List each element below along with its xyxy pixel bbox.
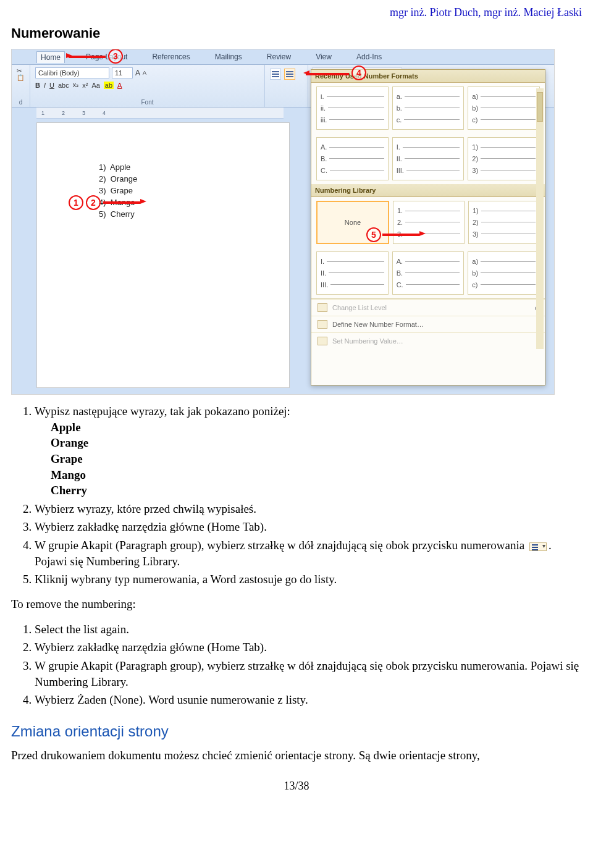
gallery-cell[interactable]: A. B. C. — [392, 251, 465, 295]
change-list-level-option: Change List Level▸ — [311, 299, 545, 316]
gallery-cell[interactable]: i. ii. iii. — [316, 86, 389, 130]
subscript-icon[interactable]: x₂ — [73, 81, 79, 89]
fruit-item: Apple — [51, 419, 582, 436]
paragraph-group — [265, 65, 308, 107]
section-heading-orientation: Zmiana orientacji strony — [11, 723, 582, 740]
italic-icon[interactable]: I — [44, 82, 46, 89]
fruit-item: Grape — [51, 451, 582, 467]
step: W grupie Akapit (Paragraph group), wybie… — [35, 537, 582, 569]
tab-addins[interactable]: Add-Ins — [353, 51, 385, 62]
step: Select the list again. — [35, 622, 582, 638]
grow-font-icon[interactable]: A — [135, 69, 140, 77]
remove-numbering-intro: To remove the numbering: — [11, 596, 582, 613]
highlight-icon[interactable]: ab — [104, 82, 114, 89]
callout-1: 1 — [69, 195, 83, 210]
font-group-label: Font — [35, 99, 259, 106]
arrow-4-line — [306, 73, 349, 75]
tab-home[interactable]: Home — [36, 51, 65, 63]
step: Wybierz zakładkę narzędzia główne (Home … — [35, 639, 582, 655]
list-item: 2) Orange — [99, 174, 271, 183]
step: Wybierz wyrazy, które przed chwilą wypis… — [35, 501, 582, 517]
font-size-combo[interactable]: 11 — [112, 67, 133, 78]
page-header-authors: mgr inż. Piotr Duch, mgr inż. Maciej Łas… — [11, 6, 582, 19]
fruit-item: Orange — [51, 435, 582, 451]
change-case-icon[interactable]: Aa — [91, 82, 99, 89]
gallery-cell[interactable]: A. B. C. — [316, 137, 389, 180]
callout-4: 4 — [351, 65, 366, 80]
superscript-icon[interactable]: x² — [82, 82, 88, 89]
numbering-button-icon — [529, 542, 547, 551]
gallery-scrollbar[interactable] — [536, 88, 544, 349]
gallery-cell[interactable]: I. II. III. — [392, 137, 465, 180]
page-number: 13/38 — [11, 780, 582, 793]
document-canvas: 1) Apple 2) Orange 3) Grape 4) Mango 5) … — [36, 122, 290, 388]
set-numbering-value-option: Set Numbering Value… — [311, 332, 545, 349]
underline-icon[interactable]: U — [49, 82, 54, 89]
arrow-12-head — [140, 199, 146, 204]
step: Wypisz następujące wyrazy, tak jak pokaz… — [35, 403, 582, 499]
arrow-3-head — [66, 53, 72, 58]
bold-icon[interactable]: B — [35, 82, 40, 89]
gallery-cell[interactable]: 1) 2) 3) — [468, 137, 540, 180]
font-color-icon[interactable]: A — [117, 82, 122, 89]
arrow-3-line — [69, 56, 106, 58]
font-group: Calibri (Body) 11 A A B I U abc x₂ x² Aa… — [30, 65, 265, 107]
arrow-5-line — [382, 234, 419, 236]
numbering-gallery: Recently Used Number Formats i. ii. iii.… — [311, 69, 545, 386]
strike-icon[interactable]: abc — [58, 82, 69, 89]
bullet-list-icon[interactable] — [270, 69, 281, 80]
clipboard-group: ✂ 📋 d — [12, 65, 30, 107]
step: Wybierz zakładkę narzędzia główne (Home … — [35, 519, 582, 535]
numbering-icon[interactable] — [284, 69, 295, 80]
callout-3: 3 — [108, 49, 123, 64]
callout-5: 5 — [366, 227, 381, 242]
gallery-heading-recent: Recently Used Number Formats — [311, 70, 545, 83]
list-item: 1) Apple — [99, 162, 271, 172]
tab-references[interactable]: References — [148, 51, 193, 62]
shrink-font-icon[interactable]: A — [143, 70, 146, 76]
gallery-cell[interactable]: 1) 2) 3) — [468, 201, 540, 244]
steps-create-list: Wypisz następujące wyrazy, tak jak pokaz… — [35, 403, 582, 588]
list-item: 5) Cherry — [99, 209, 271, 219]
word-screenshot: Home Page Layout References Mailings Rev… — [11, 49, 555, 395]
fruit-item: Mango — [51, 467, 582, 483]
section-title: Numerowanie — [11, 25, 582, 41]
gallery-cell[interactable]: I. II. III. — [316, 251, 389, 295]
gallery-heading-library: Numbering Library — [311, 184, 545, 197]
list-item: 3) Grape — [99, 186, 271, 195]
arrow-5-head — [419, 231, 426, 236]
ruler: 1234 — [36, 107, 284, 119]
step: Wybierz Żaden (None). Word usunie numero… — [35, 692, 582, 708]
arrow-4-head — [303, 70, 309, 75]
tab-mailings[interactable]: Mailings — [211, 51, 246, 62]
gallery-cell[interactable]: a. b. c. — [392, 86, 465, 130]
tab-review[interactable]: Review — [263, 51, 295, 62]
clipboard-label: d — [17, 99, 25, 106]
orientation-paragraph: Przed drukowaniem dokumentu możesz chcie… — [11, 748, 582, 764]
font-name-combo[interactable]: Calibri (Body) — [35, 67, 109, 78]
gallery-cell[interactable]: a) b) c) — [468, 251, 540, 295]
fruit-item: Cherry — [51, 482, 582, 499]
step: Kliknij wybrany typ numerowania, a Word … — [35, 571, 582, 588]
define-new-format-option[interactable]: Define New Number Format… — [311, 316, 545, 332]
arrow-12-line — [103, 201, 140, 204]
callout-2: 2 — [86, 195, 101, 210]
gallery-cell[interactable]: 1. 2. 3. — [393, 201, 465, 244]
steps-remove-list: Select the list again. Wybierz zakładkę … — [35, 622, 582, 708]
gallery-cell[interactable]: a) b) c) — [468, 86, 540, 130]
gallery-footer: Change List Level▸ Define New Number For… — [311, 298, 545, 349]
step: W grupie Akapit (Paragraph group), wybie… — [35, 658, 582, 689]
tab-view[interactable]: View — [312, 51, 335, 62]
